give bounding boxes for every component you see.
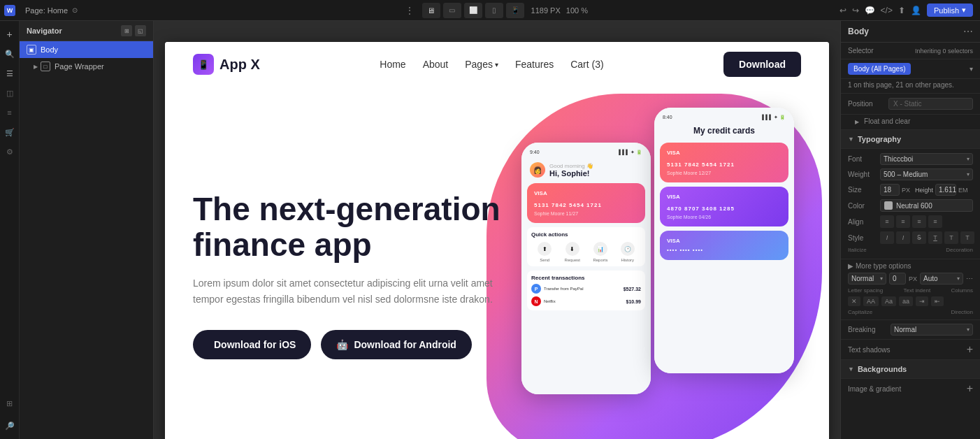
nav-pages[interactable]: Pages ▾ [465,59,498,70]
ecommerce-icon[interactable]: 🛒 [2,124,17,140]
typography-props: Font Thicccboi ▾ Weight 500 – Medium ▾ S… [841,149,980,259]
superscript-btn[interactable]: T [944,231,958,244]
phone2-status: ▌▌▌ ✦ 🔋 [762,115,786,120]
x-btn[interactable]: ✕ [848,296,860,306]
ls-select[interactable]: Normal ▾ [848,273,886,285]
ls-label: Letter spacing [848,287,883,294]
user-icon[interactable]: 👤 [911,6,921,15]
collapse-bg-icon: ▼ [848,366,854,373]
mobile-wide-btn[interactable]: ▯ [485,3,503,18]
style-label: Style [848,234,877,242]
site-menu: Home About Pages ▾ Features Cart (3) [380,59,603,70]
add-bg-btn[interactable]: + [967,383,973,394]
typography-section-header[interactable]: ▼ Typography [841,130,980,149]
size-unit: PX [902,187,910,194]
assets-icon[interactable]: ◫ [2,85,17,101]
add-element-icon[interactable]: + [2,27,17,42]
tablet-btn[interactable]: ⬜ [464,3,482,18]
height-input[interactable]: 1.611 [935,184,956,196]
height-unit: EM [958,187,968,194]
apps-icon[interactable]: ⚙ [2,144,17,159]
site-logo: 📱 App X [193,54,260,75]
aa-btn[interactable]: AA [863,296,879,306]
selector-dropdown-icon[interactable]: ▾ [970,65,973,73]
nav-cart[interactable]: Cart (3) [570,59,603,70]
canvas-px: 1189 PX [531,6,561,15]
breaking-select[interactable]: Normal ▾ [891,324,973,336]
pages-icon[interactable]: ⊞ [2,396,17,411]
export-btn[interactable]: ⬆ [898,6,905,15]
position-input[interactable]: X - Static [888,98,973,110]
italic-btn[interactable]: I [880,231,894,244]
right-panel: Body ⋯ Selector Inheriting 0 selectors B… [840,21,980,439]
body-label: Body [41,45,58,54]
col-more-icon[interactable]: ⋯ [966,275,973,282]
hero-title: The next-generation finance app [193,192,500,262]
logo-text: App X [219,57,260,73]
code-btn[interactable]: </> [881,6,893,15]
tree-item-wrapper[interactable]: ▶ □ Page Wrapper [20,58,153,75]
nav-layout-icon[interactable]: ⊞ [121,25,132,36]
subscript-btn[interactable]: T [960,231,974,244]
ti-label: Text indent [903,287,930,294]
col-label: Columns [951,287,973,294]
align-justify-btn[interactable]: ≡ [928,215,942,228]
body-icon: ▣ [27,45,36,55]
more-type-toggle[interactable]: ▶ More type options [848,262,973,270]
phones-area: 9:40 ▌▌▌ ✦ 🔋 👩 Good morning 👋 Hi, Sophie… [500,108,801,439]
nav-download-btn[interactable]: Download [723,52,801,77]
nav-home[interactable]: Home [380,59,405,70]
font-select[interactable]: Thicccboi ▾ [880,153,973,165]
selector-badge-row[interactable]: Body (All Pages) ▾ [841,59,980,79]
ti-input[interactable]: 0 [889,273,906,285]
selector-badge[interactable]: Body (All Pages) [848,63,911,75]
align-left-btn[interactable]: ≡ [880,215,894,228]
indent-btn[interactable]: ⇥ [916,296,928,306]
layers-icon[interactable]: ☰ [2,66,17,81]
italic2-btn[interactable]: I [896,231,910,244]
hero-section: The next-generation finance app Lorem ip… [165,87,829,439]
desktop-device-btn[interactable]: 🖥 [422,3,440,18]
tree-item-body[interactable]: ▣ Body [20,41,153,58]
navigator-title: Navigator [27,27,62,35]
expand-icon: ▶ [34,64,38,70]
aa2-btn[interactable]: aa [899,296,913,306]
nav-add-icon[interactable]: ◱ [135,25,146,36]
cms-icon[interactable]: ≡ [2,105,17,120]
underline-btn[interactable]: T [928,231,942,244]
nav-features[interactable]: Features [515,59,554,70]
undo-btn[interactable]: ↩ [840,6,846,15]
image-gradient-label: Image & gradient [848,385,901,393]
panel-more-icon[interactable]: ⋯ [963,26,973,37]
phone1-card: VISA 5131 7842 5454 1721 Sophie Moore 11… [527,183,645,223]
more-menu-icon[interactable]: ⋮ [405,6,414,15]
color-value: Neutral 600 [896,202,932,210]
col-select[interactable]: Auto ▾ [920,273,963,285]
font-label: Font [848,155,877,163]
mobile-btn[interactable]: 📱 [506,3,524,18]
size-input[interactable]: 18 [880,184,900,196]
redo-btn[interactable]: ↪ [852,6,859,15]
nav-about[interactable]: About [423,59,449,70]
find-icon[interactable]: 🔎 [2,418,17,433]
ios-download-btn[interactable]: Download for iOS [193,330,311,359]
align-right-btn[interactable]: ≡ [912,215,926,228]
selector-label: Selector [848,47,874,55]
strikethrough-btn[interactable]: S̶ [912,231,926,244]
color-picker[interactable]: Neutral 600 [880,199,973,212]
tablet-wide-btn[interactable]: ▭ [443,3,461,18]
comment-btn[interactable]: 💬 [865,6,875,15]
backgrounds-section-header[interactable]: ▼ Backgrounds [841,360,980,379]
align-center-btn[interactable]: ≡ [896,215,910,228]
publish-btn[interactable]: Publish ▾ [927,3,973,17]
aaa-btn[interactable]: Aa [881,296,896,306]
right-panel-title: Body [848,27,869,36]
selector-inheriting: Inheriting 0 selectors [915,48,973,55]
quick-actions: Quick actions ⬆ Send ⬇ Request [527,227,645,266]
dedent-btn[interactable]: ⇤ [931,296,944,306]
weight-select[interactable]: 500 – Medium ▾ [880,168,973,180]
android-download-btn[interactable]: 🤖 Download for Android [321,330,471,359]
add-text-shadow-btn[interactable]: + [967,344,973,355]
search-icon[interactable]: 🔍 [2,46,17,62]
phone1-time: 9:40 [530,150,540,155]
